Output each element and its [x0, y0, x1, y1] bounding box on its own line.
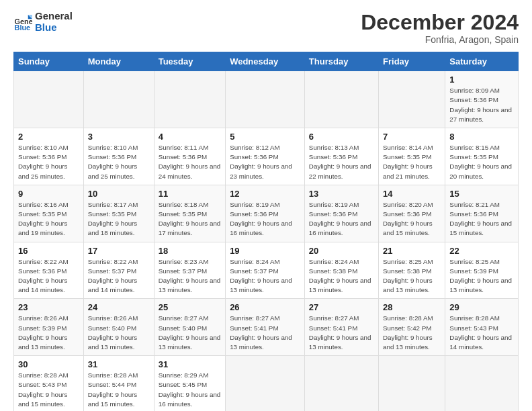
- day-info: Sunrise: 8:19 AMSunset: 5:36 PMDaylight:…: [309, 201, 371, 237]
- calendar-cell: 28 Sunrise: 8:28 AMSunset: 5:42 PMDaylig…: [379, 299, 445, 356]
- calendar-cell: 22 Sunrise: 8:25 AMSunset: 5:39 PMDaylig…: [445, 242, 519, 299]
- day-number: 9: [18, 189, 79, 199]
- calendar-cell: 21 Sunrise: 8:25 AMSunset: 5:38 PMDaylig…: [379, 242, 445, 299]
- calendar-cell: 18 Sunrise: 8:23 AMSunset: 5:37 PMDaylig…: [154, 242, 225, 299]
- calendar-cell: 29 Sunrise: 8:28 AMSunset: 5:43 PMDaylig…: [445, 299, 519, 356]
- day-number: 21: [383, 246, 441, 256]
- header-row: Sunday Monday Tuesday Wednesday Thursday…: [14, 52, 519, 71]
- logo: General Blue General Blue: [13, 11, 73, 33]
- col-sunday: Sunday: [14, 52, 84, 71]
- day-number: 31: [159, 359, 221, 369]
- table-row: 23 Sunrise: 8:26 AMSunset: 5:39 PMDaylig…: [14, 299, 519, 356]
- calendar-cell: [379, 356, 445, 411]
- day-info: Sunrise: 8:20 AMSunset: 5:36 PMDaylight:…: [383, 201, 433, 237]
- day-number: 4: [159, 132, 221, 142]
- day-info: Sunrise: 8:10 AMSunset: 5:36 PMDaylight:…: [88, 144, 138, 180]
- table-row: 16 Sunrise: 8:22 AMSunset: 5:36 PMDaylig…: [14, 242, 519, 299]
- day-info: Sunrise: 8:16 AMSunset: 5:35 PMDaylight:…: [18, 201, 69, 237]
- calendar-body: 1 Sunrise: 8:09 AMSunset: 5:36 PMDayligh…: [14, 71, 519, 411]
- location: Fonfria, Aragon, Spain: [361, 34, 519, 45]
- calendar-cell: 16 Sunrise: 8:22 AMSunset: 5:36 PMDaylig…: [14, 242, 84, 299]
- calendar-cell: 31 Sunrise: 8:28 AMSunset: 5:44 PMDaylig…: [83, 356, 154, 411]
- calendar-cell: 2 Sunrise: 8:10 AMSunset: 5:36 PMDayligh…: [14, 128, 84, 185]
- day-info: Sunrise: 8:15 AMSunset: 5:35 PMDaylight:…: [449, 144, 512, 180]
- day-number: 30: [18, 359, 79, 369]
- table-row: 1 Sunrise: 8:09 AMSunset: 5:36 PMDayligh…: [14, 71, 519, 128]
- calendar-cell: 24 Sunrise: 8:26 AMSunset: 5:40 PMDaylig…: [83, 299, 154, 356]
- day-number: 22: [449, 246, 514, 256]
- day-info: Sunrise: 8:21 AMSunset: 5:36 PMDaylight:…: [449, 201, 512, 237]
- calendar-cell: 26 Sunrise: 8:27 AMSunset: 5:41 PMDaylig…: [226, 299, 305, 356]
- calendar-cell: 25 Sunrise: 8:27 AMSunset: 5:40 PMDaylig…: [154, 299, 225, 356]
- day-number: 14: [383, 189, 441, 199]
- day-info: Sunrise: 8:22 AMSunset: 5:37 PMDaylight:…: [88, 258, 138, 294]
- calendar-cell: [14, 71, 84, 128]
- calendar-cell: [226, 356, 305, 411]
- col-friday: Friday: [379, 52, 445, 71]
- day-number: 8: [449, 132, 514, 142]
- day-info: Sunrise: 8:28 AMSunset: 5:43 PMDaylight:…: [18, 371, 69, 408]
- col-monday: Monday: [83, 52, 154, 71]
- calendar-cell: 10 Sunrise: 8:17 AMSunset: 5:35 PMDaylig…: [83, 185, 154, 242]
- calendar-cell: 5 Sunrise: 8:12 AMSunset: 5:36 PMDayligh…: [226, 128, 305, 185]
- day-info: Sunrise: 8:09 AMSunset: 5:36 PMDaylight:…: [449, 87, 512, 123]
- day-info: Sunrise: 8:28 AMSunset: 5:43 PMDaylight:…: [449, 314, 512, 351]
- month-title: December 2024: [361, 11, 519, 34]
- day-info: Sunrise: 8:17 AMSunset: 5:35 PMDaylight:…: [88, 201, 138, 237]
- day-info: Sunrise: 8:26 AMSunset: 5:40 PMDaylight:…: [88, 314, 138, 351]
- day-info: Sunrise: 8:27 AMSunset: 5:41 PMDaylight:…: [230, 314, 292, 351]
- calendar-cell: [154, 71, 225, 128]
- day-info: Sunrise: 8:26 AMSunset: 5:39 PMDaylight:…: [18, 314, 69, 351]
- calendar-table: Sunday Monday Tuesday Wednesday Thursday…: [13, 52, 519, 411]
- day-info: Sunrise: 8:27 AMSunset: 5:40 PMDaylight:…: [159, 314, 221, 351]
- table-row: 9 Sunrise: 8:16 AMSunset: 5:35 PMDayligh…: [14, 185, 519, 242]
- day-number: 28: [383, 302, 441, 312]
- day-number: 5: [230, 132, 300, 142]
- day-number: 10: [88, 189, 150, 199]
- day-number: 6: [309, 132, 374, 142]
- day-info: Sunrise: 8:24 AMSunset: 5:37 PMDaylight:…: [230, 258, 292, 294]
- day-number: 17: [88, 246, 150, 256]
- day-number: 19: [230, 246, 300, 256]
- calendar-cell: 30 Sunrise: 8:28 AMSunset: 5:43 PMDaylig…: [14, 356, 84, 411]
- svg-text:Blue: Blue: [15, 24, 31, 32]
- calendar-cell: [304, 71, 378, 128]
- calendar-cell: 13 Sunrise: 8:19 AMSunset: 5:36 PMDaylig…: [304, 185, 378, 242]
- calendar-cell: [226, 71, 305, 128]
- day-info: Sunrise: 8:25 AMSunset: 5:38 PMDaylight:…: [383, 258, 433, 294]
- day-number: 24: [88, 302, 150, 312]
- day-info: Sunrise: 8:25 AMSunset: 5:39 PMDaylight:…: [449, 258, 512, 294]
- day-info: Sunrise: 8:18 AMSunset: 5:35 PMDaylight:…: [159, 201, 221, 237]
- calendar-cell: 27 Sunrise: 8:27 AMSunset: 5:41 PMDaylig…: [304, 299, 378, 356]
- day-number: 3: [88, 132, 150, 142]
- day-number: 29: [449, 302, 514, 312]
- calendar-cell: 9 Sunrise: 8:16 AMSunset: 5:35 PMDayligh…: [14, 185, 84, 242]
- day-number: 1: [449, 75, 514, 85]
- day-number: 23: [18, 302, 79, 312]
- day-number: 16: [18, 246, 79, 256]
- col-thursday: Thursday: [304, 52, 378, 71]
- table-row: 30 Sunrise: 8:28 AMSunset: 5:43 PMDaylig…: [14, 356, 519, 411]
- calendar-cell: 6 Sunrise: 8:13 AMSunset: 5:36 PMDayligh…: [304, 128, 378, 185]
- calendar-cell: 19 Sunrise: 8:24 AMSunset: 5:37 PMDaylig…: [226, 242, 305, 299]
- title-block: December 2024 Fonfria, Aragon, Spain: [361, 11, 519, 45]
- day-number: 11: [159, 189, 221, 199]
- calendar-cell: 31 Sunrise: 8:29 AMSunset: 5:45 PMDaylig…: [154, 356, 225, 411]
- calendar-cell: 8 Sunrise: 8:15 AMSunset: 5:35 PMDayligh…: [445, 128, 519, 185]
- day-number: 12: [230, 189, 300, 199]
- logo-line1: General: [35, 11, 73, 22]
- calendar-page: General Blue General Blue December 2024 …: [0, 0, 532, 411]
- calendar-cell: 7 Sunrise: 8:14 AMSunset: 5:35 PMDayligh…: [379, 128, 445, 185]
- day-info: Sunrise: 8:13 AMSunset: 5:36 PMDaylight:…: [309, 144, 371, 180]
- col-saturday: Saturday: [445, 52, 519, 71]
- col-wednesday: Wednesday: [226, 52, 305, 71]
- calendar-cell: 14 Sunrise: 8:20 AMSunset: 5:36 PMDaylig…: [379, 185, 445, 242]
- calendar-cell: 1 Sunrise: 8:09 AMSunset: 5:36 PMDayligh…: [445, 71, 519, 128]
- day-number: 31: [88, 359, 150, 369]
- day-info: Sunrise: 8:24 AMSunset: 5:38 PMDaylight:…: [309, 258, 371, 294]
- logo-line2: Blue: [35, 22, 73, 34]
- day-number: 20: [309, 246, 374, 256]
- day-info: Sunrise: 8:11 AMSunset: 5:36 PMDaylight:…: [159, 144, 221, 180]
- day-info: Sunrise: 8:19 AMSunset: 5:36 PMDaylight:…: [230, 201, 292, 237]
- day-number: 27: [309, 302, 374, 312]
